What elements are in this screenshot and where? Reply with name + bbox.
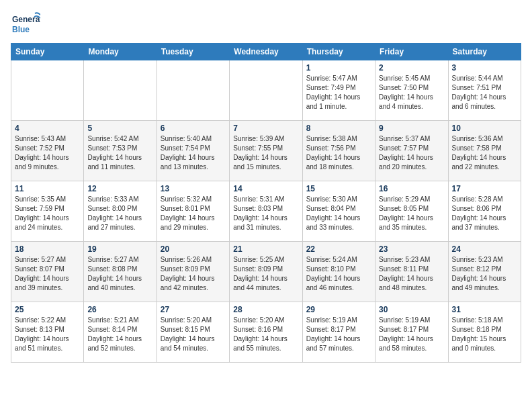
calendar-cell: 21Sunrise: 5:25 AM Sunset: 8:09 PM Dayli… [230,242,302,302]
day-info: Sunrise: 5:23 AM Sunset: 8:12 PM Dayligh… [452,255,517,293]
calendar-cell: 8Sunrise: 5:38 AM Sunset: 7:56 PM Daylig… [302,121,375,181]
week-row-3: 11Sunrise: 5:35 AM Sunset: 7:59 PM Dayli… [11,181,521,242]
week-row-1: 1Sunrise: 5:47 AM Sunset: 7:49 PM Daylig… [11,60,521,121]
day-number: 1 [306,63,371,73]
day-info: Sunrise: 5:27 AM Sunset: 8:07 PM Dayligh… [15,255,80,293]
day-info: Sunrise: 5:37 AM Sunset: 7:57 PM Dayligh… [379,134,444,172]
calendar-cell: 30Sunrise: 5:19 AM Sunset: 8:17 PM Dayli… [375,302,448,363]
day-number: 23 [379,244,444,254]
day-info: Sunrise: 5:36 AM Sunset: 7:58 PM Dayligh… [452,134,517,172]
day-number: 14 [233,184,298,193]
calendar-cell: 31Sunrise: 5:18 AM Sunset: 8:18 PM Dayli… [448,302,521,363]
day-number: 4 [15,124,80,133]
day-number: 18 [15,244,80,254]
day-info: Sunrise: 5:45 AM Sunset: 7:50 PM Dayligh… [379,74,444,111]
calendar-cell: 13Sunrise: 5:32 AM Sunset: 8:01 PM Dayli… [157,181,229,242]
day-number: 10 [452,124,517,133]
day-number: 9 [379,124,444,133]
day-info: Sunrise: 5:22 AM Sunset: 8:13 PM Dayligh… [15,316,80,353]
day-info: Sunrise: 5:29 AM Sunset: 8:05 PM Dayligh… [379,195,444,232]
calendar-cell: 10Sunrise: 5:36 AM Sunset: 7:58 PM Dayli… [448,121,521,181]
calendar-cell: 1Sunrise: 5:47 AM Sunset: 7:49 PM Daylig… [302,60,375,121]
calendar-cell: 11Sunrise: 5:35 AM Sunset: 7:59 PM Dayli… [11,181,84,242]
day-info: Sunrise: 5:40 AM Sunset: 7:54 PM Dayligh… [161,134,226,172]
header: General Blue [11,11,521,38]
calendar-cell: 16Sunrise: 5:29 AM Sunset: 8:05 PM Dayli… [375,181,448,242]
calendar-cell: 5Sunrise: 5:42 AM Sunset: 7:53 PM Daylig… [84,121,157,181]
calendar-cell [230,60,302,121]
day-info: Sunrise: 5:21 AM Sunset: 8:14 PM Dayligh… [87,316,152,353]
day-info: Sunrise: 5:47 AM Sunset: 7:49 PM Dayligh… [306,74,371,111]
day-info: Sunrise: 5:19 AM Sunset: 8:17 PM Dayligh… [379,316,444,353]
day-info: Sunrise: 5:18 AM Sunset: 8:18 PM Dayligh… [452,316,517,353]
day-number: 30 [379,305,444,314]
week-row-2: 4Sunrise: 5:43 AM Sunset: 7:52 PM Daylig… [11,121,521,181]
calendar-cell: 23Sunrise: 5:23 AM Sunset: 8:11 PM Dayli… [375,242,448,302]
day-number: 3 [452,63,517,73]
day-info: Sunrise: 5:31 AM Sunset: 8:03 PM Dayligh… [233,195,298,232]
calendar-cell: 19Sunrise: 5:27 AM Sunset: 8:08 PM Dayli… [84,242,157,302]
day-info: Sunrise: 5:20 AM Sunset: 8:15 PM Dayligh… [161,316,226,353]
calendar-cell: 12Sunrise: 5:33 AM Sunset: 8:00 PM Dayli… [84,181,157,242]
header-cell-sunday: Sunday [11,44,84,60]
calendar-cell: 7Sunrise: 5:39 AM Sunset: 7:55 PM Daylig… [230,121,302,181]
day-number: 12 [87,184,152,193]
calendar-cell: 6Sunrise: 5:40 AM Sunset: 7:54 PM Daylig… [157,121,229,181]
day-number: 31 [452,305,517,314]
calendar-cell: 22Sunrise: 5:24 AM Sunset: 8:10 PM Dayli… [302,242,375,302]
header-cell-saturday: Saturday [448,44,521,60]
calendar-cell: 28Sunrise: 5:20 AM Sunset: 8:16 PM Dayli… [230,302,302,363]
day-number: 17 [452,184,517,193]
calendar-cell: 29Sunrise: 5:19 AM Sunset: 8:17 PM Dayli… [302,302,375,363]
day-info: Sunrise: 5:39 AM Sunset: 7:55 PM Dayligh… [233,134,298,172]
day-info: Sunrise: 5:38 AM Sunset: 7:56 PM Dayligh… [306,134,371,172]
header-cell-monday: Monday [84,44,157,60]
day-number: 26 [87,305,152,314]
calendar-cell [157,60,229,121]
day-number: 28 [233,305,298,314]
calendar-cell: 27Sunrise: 5:20 AM Sunset: 8:15 PM Dayli… [157,302,229,363]
calendar-cell: 9Sunrise: 5:37 AM Sunset: 7:57 PM Daylig… [375,121,448,181]
calendar-cell: 2Sunrise: 5:45 AM Sunset: 7:50 PM Daylig… [375,60,448,121]
calendar-cell: 18Sunrise: 5:27 AM Sunset: 8:07 PM Dayli… [11,242,84,302]
day-info: Sunrise: 5:24 AM Sunset: 8:10 PM Dayligh… [306,255,371,293]
day-info: Sunrise: 5:25 AM Sunset: 8:09 PM Dayligh… [233,255,298,293]
day-number: 27 [161,305,226,314]
day-number: 13 [161,184,226,193]
header-cell-thursday: Thursday [302,44,375,60]
calendar-cell: 3Sunrise: 5:44 AM Sunset: 7:51 PM Daylig… [448,60,521,121]
day-number: 6 [161,124,226,133]
day-info: Sunrise: 5:32 AM Sunset: 8:01 PM Dayligh… [161,195,226,232]
day-number: 15 [306,184,371,193]
day-info: Sunrise: 5:30 AM Sunset: 8:04 PM Dayligh… [306,195,371,232]
header-cell-wednesday: Wednesday [230,44,302,60]
day-info: Sunrise: 5:33 AM Sunset: 8:00 PM Dayligh… [87,195,152,232]
day-info: Sunrise: 5:27 AM Sunset: 8:08 PM Dayligh… [87,255,152,293]
calendar-cell: 24Sunrise: 5:23 AM Sunset: 8:12 PM Dayli… [448,242,521,302]
day-number: 19 [87,244,152,254]
day-number: 29 [306,305,371,314]
logo-svg: General Blue [11,11,40,38]
day-info: Sunrise: 5:43 AM Sunset: 7:52 PM Dayligh… [15,134,80,172]
day-number: 2 [379,63,444,73]
day-info: Sunrise: 5:20 AM Sunset: 8:16 PM Dayligh… [233,316,298,353]
header-cell-tuesday: Tuesday [157,44,229,60]
day-number: 11 [15,184,80,193]
calendar-cell [11,60,84,121]
logo: General Blue [11,11,40,38]
calendar-cell: 20Sunrise: 5:26 AM Sunset: 8:09 PM Dayli… [157,242,229,302]
day-number: 21 [233,244,298,254]
day-info: Sunrise: 5:42 AM Sunset: 7:53 PM Dayligh… [87,134,152,172]
svg-text:Blue: Blue [12,25,30,34]
week-row-5: 25Sunrise: 5:22 AM Sunset: 8:13 PM Dayli… [11,302,521,363]
day-number: 20 [161,244,226,254]
day-number: 8 [306,124,371,133]
day-number: 5 [87,124,152,133]
header-cell-friday: Friday [375,44,448,60]
day-info: Sunrise: 5:44 AM Sunset: 7:51 PM Dayligh… [452,74,517,111]
calendar-table: SundayMondayTuesdayWednesdayThursdayFrid… [11,43,521,363]
day-number: 7 [233,124,298,133]
calendar-cell [84,60,157,121]
day-info: Sunrise: 5:28 AM Sunset: 8:06 PM Dayligh… [452,195,517,232]
week-row-4: 18Sunrise: 5:27 AM Sunset: 8:07 PM Dayli… [11,242,521,302]
